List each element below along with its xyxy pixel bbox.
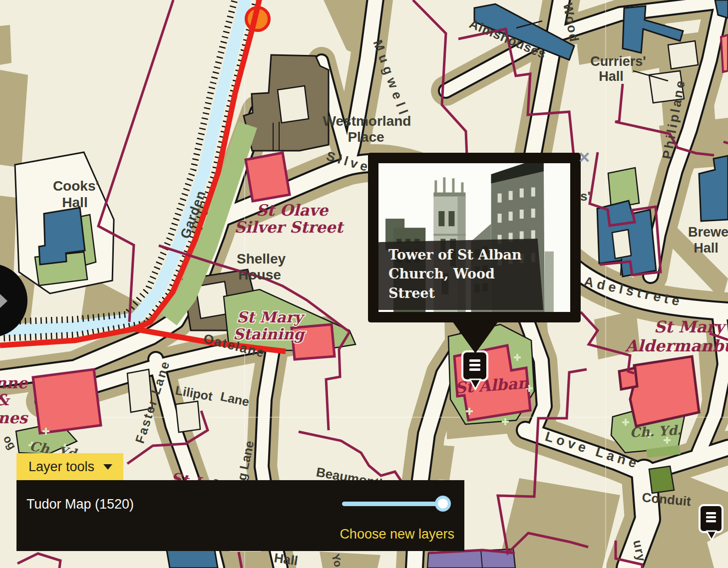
- label-cooks-hall-2: Hall: [62, 195, 87, 210]
- label-cooks-hall: Cooks': [53, 178, 99, 194]
- label-brewers-hall-2: Hall: [694, 241, 719, 256]
- popup-tail: [452, 321, 498, 353]
- list-icon: [706, 512, 716, 523]
- choose-new-layers-link[interactable]: Choose new layers: [340, 527, 454, 542]
- chevron-down-icon: [103, 464, 112, 470]
- label-shelley-house-2: House: [238, 267, 281, 283]
- label-st-olave: St Olave: [256, 201, 329, 219]
- layer-tools-label: Layer tools: [28, 459, 94, 475]
- label-st-mary-aldermanbury: St Mary: [654, 317, 727, 336]
- map-viewer: Cooks' Hall Westmorland Place St Olave S…: [0, 0, 728, 568]
- popup-caption: Tower of St Alban Church, Wood Street: [378, 239, 543, 310]
- label-st-anne-fragment: Anne: [0, 374, 28, 392]
- label-shelley-house: Shelley: [237, 251, 286, 267]
- blue-hall-courtyard: [612, 230, 631, 259]
- label-agnes-fragment: gnes: [0, 409, 29, 427]
- label-brewers-hall: Brewers': [688, 225, 728, 240]
- active-layer-name: Tudor Map (1520): [26, 497, 134, 512]
- label-st-mary-staining: St Mary: [237, 308, 305, 326]
- label-st-olave-2: Silver Street: [234, 218, 344, 236]
- label-ampersand-fragment: &: [0, 391, 10, 409]
- label-curriers-hall-2: Hall: [599, 69, 624, 84]
- popup-caption-line2: Church, Wood Street: [388, 265, 533, 303]
- map-info-popup[interactable]: Tower of St Alban Church, Wood Street: [368, 153, 581, 322]
- opacity-slider-track[interactable]: [342, 502, 443, 506]
- label-curriers-hall: Curriers': [590, 54, 646, 69]
- chevron-right-icon: [0, 293, 9, 308]
- label-westmorland-place-2: Place: [348, 129, 384, 145]
- opacity-slider-handle[interactable]: [435, 496, 451, 512]
- popup-photo: Tower of St Alban Church, Wood Street: [378, 163, 570, 312]
- layer-tools-button[interactable]: Layer tools: [16, 453, 123, 480]
- list-icon: [469, 359, 480, 371]
- label-hall-fragment: Hall: [273, 550, 299, 568]
- label-churchyard-right: Ch. Yd.: [630, 423, 682, 440]
- conduit-building: [649, 466, 674, 493]
- layer-tools-panel: Tudor Map (1520) Choose new layers: [16, 480, 464, 551]
- popup-caption-line1: Tower of St Alban: [388, 246, 533, 265]
- popup-close-icon[interactable]: ×: [579, 148, 590, 167]
- label-st-mary-aldermanbury-2: Aldermanbury: [625, 336, 728, 355]
